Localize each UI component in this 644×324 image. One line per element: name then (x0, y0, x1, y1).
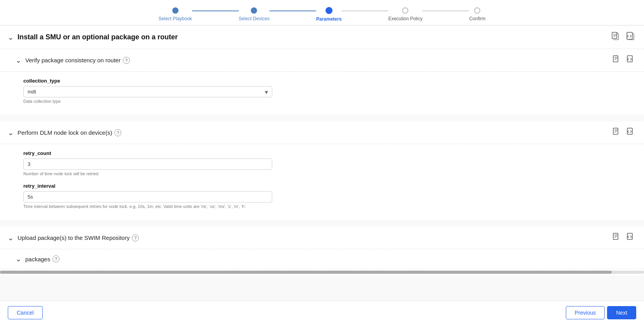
step-circle-select-playbook (172, 7, 178, 14)
connector-2 (270, 11, 316, 11)
top-section-doc-icon[interactable] (610, 31, 621, 43)
perform-dlm-code-icon[interactable] (625, 127, 636, 138)
verify-package-title: Verify package consistency on router ? (25, 57, 611, 64)
step-circle-select-devices (251, 7, 257, 14)
step-select-devices[interactable]: Select Devices (239, 7, 270, 21)
connector-1 (192, 11, 239, 11)
top-section-code-icon[interactable] (625, 31, 636, 43)
field-group-retry-count: retry_count Number of time node lock wil… (23, 150, 621, 176)
perform-dlm-doc-icon[interactable] (611, 127, 621, 138)
previous-button[interactable]: Previous (566, 306, 605, 319)
svg-rect-4 (613, 128, 618, 134)
verify-package-code-icon[interactable] (625, 55, 636, 66)
horizontal-scroll-thumb (0, 271, 612, 274)
step-circle-parameters (326, 7, 332, 14)
packages-header[interactable]: ⌄ packages ? (0, 249, 644, 269)
upload-packages-icons (611, 232, 636, 243)
step-label-confirm: Confirm (469, 16, 485, 21)
step-circle-execution-policy (402, 7, 408, 14)
retry-interval-input[interactable] (23, 191, 272, 202)
upload-packages-code-icon[interactable] (625, 232, 636, 243)
top-section-icons (610, 31, 636, 43)
perform-dlm-body: retry_count Number of time node lock wil… (0, 144, 644, 220)
collection-type-select-wrapper[interactable]: mdt cli snmp (23, 86, 272, 97)
next-button[interactable]: Next (607, 306, 636, 319)
horizontal-scroll[interactable] (0, 271, 644, 274)
scroll-area (0, 269, 644, 275)
packages-chevron-icon: ⌄ (16, 255, 21, 263)
nav-buttons: Previous Next (566, 306, 636, 319)
verify-package-chevron-icon: ⌄ (16, 56, 21, 65)
step-select-playbook[interactable]: Select Playbook (159, 7, 192, 21)
retry-count-label: retry_count (23, 150, 621, 156)
step-label-select-playbook: Select Playbook (159, 16, 192, 21)
spacer-1 (0, 114, 644, 122)
svg-rect-2 (613, 56, 618, 62)
upload-packages-chevron-icon: ⌄ (8, 234, 14, 242)
packages-help-icon[interactable]: ? (52, 255, 60, 262)
top-section-chevron-icon: ⌄ (8, 33, 14, 42)
field-group-retry-interval: retry_interval Time interval between sub… (23, 183, 621, 209)
verify-package-doc-icon[interactable] (611, 55, 621, 66)
step-circle-confirm (474, 7, 480, 14)
upload-packages-doc-icon[interactable] (611, 232, 621, 243)
step-execution-policy[interactable]: Execution Policy (388, 7, 422, 21)
verify-package-help-icon[interactable]: ? (123, 57, 130, 64)
perform-dlm-header[interactable]: ⌄ Perform DLM node lock on device(s) ? (0, 122, 644, 144)
step-label-parameters: Parameters (316, 16, 341, 22)
spacer-2 (0, 220, 644, 227)
perform-dlm-title: Perform DLM node lock on device(s) ? (18, 129, 611, 136)
verify-package-header[interactable]: ⌄ Verify package consistency on router ? (0, 49, 644, 72)
packages-title: packages ? (25, 255, 636, 262)
retry-interval-hint: Time interval between subsequent retries… (23, 204, 621, 209)
upload-packages-title: Upload package(s) to the SWIM Repository… (18, 234, 611, 241)
connector-3 (341, 11, 388, 11)
perform-dlm-chevron-icon: ⌄ (8, 129, 14, 137)
retry-count-input[interactable] (23, 158, 272, 170)
connector-4 (422, 11, 469, 11)
perform-dlm-help-icon[interactable]: ? (114, 129, 121, 136)
verify-package-icons (611, 55, 636, 66)
cancel-button[interactable]: Cancel (8, 306, 43, 319)
top-section-header[interactable]: ⌄ Install a SMU or an optional package o… (0, 25, 644, 49)
step-confirm[interactable]: Confirm (469, 7, 485, 21)
collection-type-select[interactable]: mdt cli snmp (24, 86, 272, 97)
stepper: Select Playbook Select Devices Parameter… (0, 0, 644, 25)
svg-rect-6 (613, 233, 618, 239)
verify-package-body: collection_type mdt cli snmp Data collec… (0, 72, 644, 114)
upload-packages-header[interactable]: ⌄ Upload package(s) to the SWIM Reposito… (0, 227, 644, 249)
main-content: ⌄ Install a SMU or an optional package o… (0, 25, 644, 301)
collection-type-label: collection_type (23, 78, 621, 84)
step-label-select-devices: Select Devices (239, 16, 270, 21)
retry-count-hint: Number of time node lock will be retried (23, 171, 621, 176)
step-parameters[interactable]: Parameters (316, 7, 341, 22)
step-label-execution-policy: Execution Policy (388, 16, 422, 21)
field-group-collection-type: collection_type mdt cli snmp Data collec… (23, 78, 621, 104)
upload-packages-help-icon[interactable]: ? (132, 234, 139, 241)
top-section-title: Install a SMU or an optional package on … (18, 33, 610, 41)
collection-type-hint: Data collection type (23, 99, 621, 104)
perform-dlm-icons (611, 127, 636, 138)
footer: Cancel Previous Next (0, 301, 644, 324)
retry-interval-label: retry_interval (23, 183, 621, 189)
